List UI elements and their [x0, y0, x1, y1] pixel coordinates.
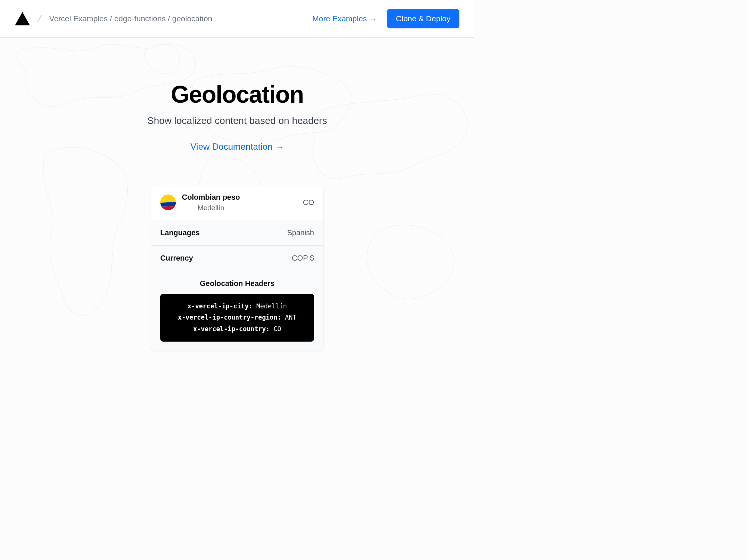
view-documentation-link[interactable]: View Documentation →	[190, 141, 284, 152]
header-key: x-vercel-ip-country:	[193, 325, 270, 333]
geolocation-card: Colombian peso Medellín CO Languages Spa…	[151, 185, 323, 351]
vercel-logo-icon[interactable]	[15, 12, 30, 25]
app-header: / Vercel Examples / edge-functions / geo…	[0, 0, 474, 38]
header-key: x-vercel-ip-city:	[187, 302, 252, 310]
currency-value: COP $	[292, 254, 314, 262]
colombian-flag-icon	[160, 194, 176, 211]
headers-section: Geolocation Headers x-vercel-ip-city: Me…	[151, 271, 323, 351]
clone-deploy-button[interactable]: Clone & Deploy	[387, 9, 459, 28]
currency-row: Currency COP $	[151, 245, 323, 271]
more-examples-link[interactable]: More Examples →	[312, 14, 376, 23]
city-name: Medellín	[182, 203, 240, 212]
header-value: Medellín	[256, 302, 287, 310]
card-header-row: Colombian peso Medellín CO	[151, 185, 323, 220]
view-documentation-label: View Documentation	[190, 141, 273, 152]
header-key: x-vercel-ip-country-region:	[178, 314, 281, 321]
header-value: ANT	[285, 314, 297, 321]
languages-label: Languages	[160, 228, 200, 237]
page-subtitle: Show localized content based on headers	[0, 115, 474, 127]
country-code: CO	[303, 198, 314, 207]
page-title: Geolocation	[0, 81, 474, 108]
arrow-right-icon: →	[369, 15, 376, 23]
languages-value: Spanish	[287, 228, 314, 237]
breadcrumb-divider-icon: /	[28, 10, 50, 27]
hero-section: Geolocation Show localized content based…	[0, 38, 474, 351]
more-examples-label: More Examples	[312, 14, 367, 23]
breadcrumb[interactable]: Vercel Examples / edge-functions / geolo…	[49, 14, 213, 23]
header-value: CO	[273, 325, 281, 333]
headers-code-block: x-vercel-ip-city: Medellín x-vercel-ip-c…	[160, 294, 314, 342]
currency-label: Currency	[160, 254, 193, 262]
currency-name: Colombian peso	[182, 193, 240, 202]
languages-row: Languages Spanish	[151, 220, 323, 245]
headers-title: Geolocation Headers	[160, 279, 314, 288]
arrow-right-icon: →	[275, 142, 284, 152]
